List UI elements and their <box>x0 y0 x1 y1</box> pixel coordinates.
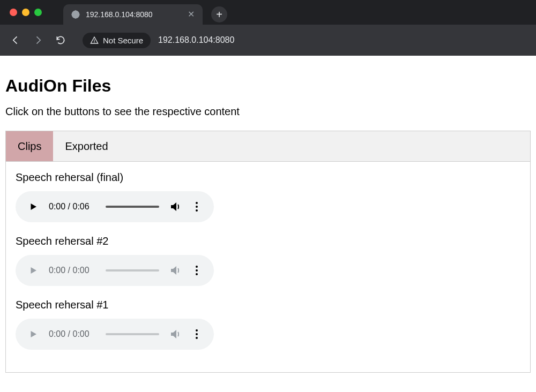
browser-tab[interactable]: 192.168.0.104:8080 ✕ <box>63 4 203 25</box>
volume-icon[interactable] <box>169 264 182 277</box>
more-icon[interactable] <box>191 265 202 276</box>
browser-toolbar: Not Secure 192.168.0.104:8080 <box>0 25 536 56</box>
clip-title: Speech rehersal #1 <box>16 299 520 311</box>
close-tab-icon[interactable]: ✕ <box>187 10 195 19</box>
tab-title: 192.168.0.104:8080 <box>86 10 181 19</box>
tab-exported[interactable]: Exported <box>53 131 120 161</box>
security-chip[interactable]: Not Secure <box>83 33 151 48</box>
clip-title: Speech rehersal #2 <box>16 235 520 247</box>
address-bar[interactable]: Not Secure 192.168.0.104:8080 <box>83 33 526 48</box>
content-tabs: Clips Exported <box>5 131 531 162</box>
tab-strip: 192.168.0.104:8080 ✕ + <box>0 0 536 25</box>
clip-item: Speech rehersal (final) 0:00 / 0:06 <box>16 171 520 222</box>
reload-button[interactable] <box>55 34 66 46</box>
time-display: 0:00 / 0:06 <box>49 202 96 212</box>
clips-panel: Speech rehersal (final) 0:00 / 0:06 Spee… <box>5 162 531 373</box>
new-tab-button[interactable]: + <box>211 6 227 22</box>
page-content: AudiOn Files Click on the buttons to see… <box>0 56 536 378</box>
globe-icon <box>71 10 80 19</box>
url-text: 192.168.0.104:8080 <box>158 35 234 45</box>
audio-player[interactable]: 0:00 / 0:00 <box>16 255 214 286</box>
page-title: AudiOn Files <box>5 76 531 96</box>
seek-track[interactable] <box>106 269 159 272</box>
forward-button[interactable] <box>32 34 44 46</box>
tab-clips[interactable]: Clips <box>6 131 53 161</box>
page-subtitle: Click on the buttons to see the respecti… <box>5 105 531 118</box>
time-display: 0:00 / 0:00 <box>49 266 96 275</box>
seek-track[interactable] <box>106 333 159 335</box>
maximize-window-button[interactable] <box>34 9 42 16</box>
minimize-window-button[interactable] <box>22 9 29 16</box>
more-icon[interactable] <box>191 201 202 212</box>
play-icon[interactable] <box>27 201 39 213</box>
seek-track[interactable] <box>106 206 159 208</box>
clip-title: Speech rehersal (final) <box>16 171 520 184</box>
svg-point-2 <box>94 42 95 42</box>
window-controls <box>10 9 42 16</box>
audio-player[interactable]: 0:00 / 0:00 <box>16 319 214 350</box>
warning-icon <box>90 36 99 44</box>
play-icon[interactable] <box>27 328 39 340</box>
more-icon[interactable] <box>191 329 202 340</box>
browser-chrome: 192.168.0.104:8080 ✕ + Not Secure 192.16… <box>0 0 536 56</box>
play-icon[interactable] <box>27 265 39 276</box>
security-label: Not Secure <box>103 36 143 45</box>
back-button[interactable] <box>10 34 21 46</box>
volume-icon[interactable] <box>169 200 182 213</box>
audio-player[interactable]: 0:00 / 0:06 <box>16 191 214 222</box>
clip-item: Speech rehersal #2 0:00 / 0:00 <box>16 235 520 286</box>
clip-item: Speech rehersal #1 0:00 / 0:00 <box>16 299 520 350</box>
close-window-button[interactable] <box>10 9 17 16</box>
volume-icon[interactable] <box>169 328 182 341</box>
time-display: 0:00 / 0:00 <box>49 329 96 339</box>
